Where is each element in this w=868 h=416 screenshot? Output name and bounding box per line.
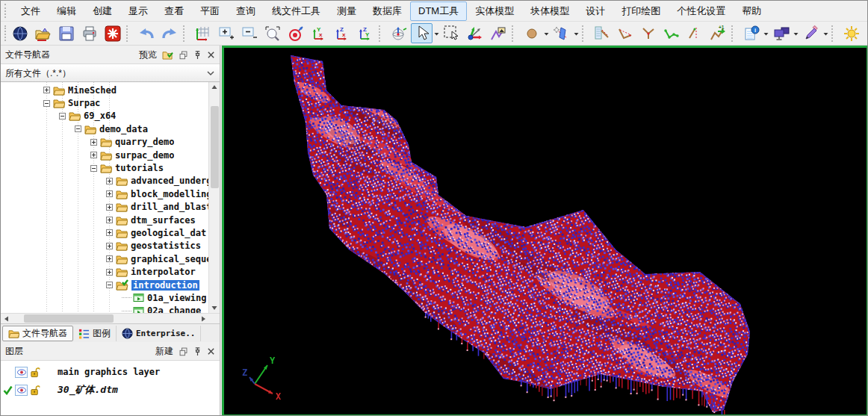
- menu-item-database[interactable]: 数据库: [365, 1, 410, 21]
- sun-icon[interactable]: [840, 23, 862, 43]
- tab-legend[interactable]: 图例: [73, 326, 117, 341]
- layer-row[interactable]: main graphics layer: [1, 363, 220, 381]
- zoom-out-icon[interactable]: [238, 23, 260, 43]
- menu-item-block-model[interactable]: 块体模型: [522, 1, 577, 21]
- seg-green-icon[interactable]: [660, 23, 682, 43]
- scroll-right-icon[interactable]: [197, 314, 208, 324]
- tab-enterprise[interactable]: Enterprise..: [117, 326, 201, 341]
- tree-item-69-x64[interactable]: 69_x64: [1, 110, 208, 122]
- menu-item-edit[interactable]: 编辑: [49, 1, 84, 21]
- menu-item-customise[interactable]: 个性化设置: [669, 1, 734, 21]
- tree-item-02a-change[interactable]: 02a_change: [1, 305, 208, 313]
- zoom-target-icon[interactable]: [285, 23, 306, 43]
- menu-item-string-tools[interactable]: 线文件工具: [264, 1, 329, 21]
- view-zx-icon[interactable]: Zx: [331, 23, 353, 43]
- collapse-icon[interactable]: [106, 282, 113, 288]
- tree-item-drill-and-blast[interactable]: drill_and_blast: [1, 201, 208, 214]
- screens-dropdown-icon[interactable]: [793, 23, 799, 43]
- pencil-icon[interactable]: [800, 23, 822, 43]
- view-xy-icon[interactable]: Yx: [308, 23, 329, 43]
- open-file-icon[interactable]: [32, 23, 54, 43]
- snap-image-icon[interactable]: [487, 23, 509, 43]
- close-panel-icon[interactable]: [207, 347, 215, 356]
- save-icon[interactable]: [55, 23, 77, 43]
- seg-plus1-icon[interactable]: +1: [707, 23, 728, 43]
- layer-lock-icon[interactable]: [30, 385, 42, 396]
- expand-icon[interactable]: [106, 190, 113, 197]
- menu-item-plotting[interactable]: 打印绘图: [613, 1, 669, 21]
- menu-item-dtm-tools[interactable]: DTM工具: [410, 1, 467, 21]
- zoom-extents-icon[interactable]: [192, 23, 214, 43]
- scroll-down-icon[interactable]: [209, 302, 220, 313]
- expand-icon[interactable]: [106, 243, 113, 249]
- pencil-dropdown-icon[interactable]: [822, 23, 829, 43]
- tree-item-interpolator[interactable]: interpolator: [1, 265, 208, 278]
- undo-icon[interactable]: [135, 23, 157, 43]
- layer-active-check-icon[interactable]: [3, 385, 15, 395]
- menu-item-file[interactable]: 文件: [13, 1, 49, 21]
- layer-visibility-eye-icon[interactable]: [15, 385, 28, 396]
- tree-item-advanced-underg[interactable]: advanced_underg: [1, 175, 208, 187]
- expand-icon[interactable]: [106, 178, 113, 184]
- plane-tool-icon[interactable]: [551, 23, 572, 43]
- menu-item-survey[interactable]: 测量: [329, 1, 365, 21]
- layer-visibility-eye-icon[interactable]: [15, 367, 28, 378]
- tree-horizontal-scrollbar[interactable]: [1, 313, 220, 323]
- rotate-view-icon[interactable]: [388, 23, 409, 43]
- reset-graphics-icon[interactable]: [102, 23, 123, 43]
- zoom-window-icon[interactable]: [261, 23, 283, 43]
- print-icon[interactable]: [78, 23, 100, 43]
- collapse-icon[interactable]: [59, 113, 66, 119]
- close-panel-icon[interactable]: [207, 51, 215, 59]
- preview-pane-icon[interactable]: [162, 50, 173, 60]
- properties-icon[interactable]: i: [740, 23, 762, 43]
- tree-item-demo-data[interactable]: demo_data: [1, 122, 208, 135]
- expand-icon[interactable]: [106, 255, 113, 262]
- toolbar-gripper[interactable]: [4, 25, 6, 42]
- point-tool-icon[interactable]: [521, 23, 542, 43]
- tree-item-geological-dat[interactable]: geological_dat: [1, 226, 208, 239]
- file-filter-combobox[interactable]: 所有文件（.*.*）: [1, 64, 220, 82]
- 3d-model-canvas[interactable]: [224, 48, 867, 415]
- collapse-icon[interactable]: [43, 100, 50, 107]
- point-tool-dropdown-icon[interactable]: [543, 23, 550, 43]
- expand-icon[interactable]: [106, 217, 113, 223]
- seg-dash-icon[interactable]: [683, 23, 705, 43]
- pin-panel-icon[interactable]: [193, 347, 202, 356]
- pin-panel-icon[interactable]: [193, 50, 202, 60]
- menu-item-display[interactable]: 显示: [120, 1, 156, 21]
- tree-item-block-modelling[interactable]: block_modelling: [1, 187, 208, 200]
- collapse-icon[interactable]: [90, 165, 97, 172]
- expand-icon[interactable]: [90, 139, 97, 146]
- tree-item-geostatistics[interactable]: geostatistics: [1, 240, 208, 252]
- tree-item-tutorials[interactable]: tutorials: [1, 161, 208, 174]
- view-zy-icon[interactable]: ZY: [354, 23, 376, 43]
- tree-item-introduction[interactable]: introduction: [1, 279, 208, 291]
- expand-icon[interactable]: [90, 152, 97, 158]
- layer-row[interactable]: 30_矿体.dtm: [1, 381, 220, 399]
- zoom-in-icon[interactable]: [215, 23, 237, 43]
- tab-file-navigator[interactable]: 文件导航器: [2, 326, 73, 341]
- seg-fork-icon[interactable]: [637, 23, 659, 43]
- plane-tool-dropdown-icon[interactable]: [573, 23, 580, 43]
- scroll-up-icon[interactable]: [209, 82, 220, 93]
- expand-icon[interactable]: [43, 87, 50, 93]
- menu-item-create[interactable]: 创建: [84, 1, 120, 21]
- tree-item-dtm-surfaces[interactable]: dtm_surfaces: [1, 214, 208, 226]
- menu-item-plane[interactable]: 平面: [192, 1, 228, 21]
- float-panel-icon[interactable]: [179, 50, 188, 60]
- preview-button[interactable]: 预览: [139, 49, 157, 61]
- tree-item-surpac[interactable]: Surpac: [1, 96, 208, 109]
- new-layer-button[interactable]: 新建: [155, 345, 173, 358]
- move-3d-icon[interactable]: [464, 23, 486, 43]
- menu-item-help[interactable]: 帮助: [734, 1, 769, 21]
- seg-angle-icon[interactable]: [614, 23, 636, 43]
- horizontal-scroll-thumb[interactable]: [24, 314, 114, 323]
- float-panel-icon[interactable]: [179, 347, 188, 356]
- layer-lock-icon[interactable]: [30, 367, 42, 378]
- expand-icon[interactable]: [106, 269, 113, 276]
- scroll-left-icon[interactable]: [1, 314, 12, 324]
- tree-vertical-scrollbar[interactable]: [208, 82, 220, 313]
- expand-icon[interactable]: [106, 229, 113, 236]
- tree-item-surpac-demo[interactable]: surpac_demo: [1, 149, 208, 161]
